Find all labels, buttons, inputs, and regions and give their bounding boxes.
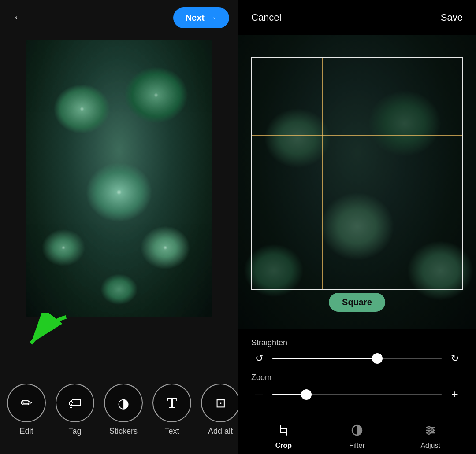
add-alt-icon: ⊡ bbox=[216, 396, 226, 410]
right-panel: Cancel Save Square Straighten ↺ ↻ bbox=[238, 0, 476, 454]
green-arrow-icon bbox=[18, 313, 71, 357]
text-label: Text bbox=[164, 427, 179, 436]
straighten-ccw-icon[interactable]: ↺ bbox=[251, 353, 267, 364]
straighten-cw-icon[interactable]: ↻ bbox=[447, 353, 463, 364]
back-arrow-icon: ← bbox=[12, 11, 25, 24]
tool-stickers[interactable]: ◑ Stickers bbox=[101, 384, 145, 436]
crop-grid-v1 bbox=[322, 58, 323, 289]
svg-rect-4 bbox=[280, 428, 287, 429]
tag-label: Tag bbox=[68, 427, 81, 436]
text-circle: T bbox=[152, 384, 191, 422]
bottom-toolbar: ✏ Edit 🏷 Tag ◑ Stickers T Text ⊡ A bbox=[0, 375, 238, 454]
next-label: Next bbox=[186, 13, 205, 23]
next-button[interactable]: Next → bbox=[173, 7, 229, 28]
zoom-in-icon[interactable]: + bbox=[447, 388, 463, 401]
straighten-slider-row: ↺ ↻ bbox=[251, 353, 463, 364]
crop-tab-label: Crop bbox=[275, 442, 292, 450]
filter-tab-label: Filter bbox=[349, 442, 365, 450]
zoom-control: Zoom — + bbox=[251, 373, 463, 401]
svg-point-10 bbox=[431, 429, 434, 432]
cancel-button[interactable]: Cancel bbox=[251, 12, 281, 23]
zoom-slider-row: — + bbox=[251, 388, 463, 401]
zoom-out-icon[interactable]: — bbox=[251, 390, 267, 399]
text-icon: T bbox=[167, 395, 177, 411]
stickers-label: Stickers bbox=[109, 427, 138, 436]
add-alt-label: Add alt bbox=[208, 427, 233, 436]
crop-grid-h2 bbox=[252, 212, 462, 212]
left-header: ← Next → bbox=[0, 0, 238, 35]
square-pill[interactable]: Square bbox=[329, 293, 385, 312]
tool-edit[interactable]: ✏ Edit bbox=[4, 384, 48, 436]
adjust-icon bbox=[424, 424, 437, 439]
svg-point-11 bbox=[428, 432, 430, 434]
zoom-label: Zoom bbox=[251, 373, 463, 382]
adjust-tab-label: Adjust bbox=[420, 442, 440, 450]
add-alt-circle: ⊡ bbox=[201, 384, 238, 422]
straighten-track[interactable] bbox=[272, 358, 442, 359]
edit-label: Edit bbox=[19, 427, 33, 436]
straighten-control: Straighten ↺ ↻ bbox=[251, 338, 463, 364]
straighten-label: Straighten bbox=[251, 338, 463, 347]
zoom-thumb[interactable] bbox=[301, 389, 312, 400]
back-button[interactable]: ← bbox=[9, 8, 28, 27]
bottom-tabs: Crop Filter Adju bbox=[238, 419, 476, 454]
controls-area: Straighten ↺ ↻ Zoom — + bbox=[238, 329, 476, 419]
svg-point-9 bbox=[428, 426, 430, 429]
crop-box[interactable] bbox=[251, 57, 463, 290]
succulent-photo bbox=[26, 40, 212, 317]
tag-circle: 🏷 bbox=[56, 384, 94, 422]
next-arrow-icon: → bbox=[208, 13, 217, 23]
main-image bbox=[26, 40, 212, 317]
crop-icon bbox=[277, 424, 290, 439]
tab-crop[interactable]: Crop bbox=[261, 424, 305, 450]
edit-circle: ✏ bbox=[7, 384, 46, 422]
tool-add-alt[interactable]: ⊡ Add alt bbox=[198, 384, 238, 436]
left-panel: ← Next → ✏ Edit 🏷 bbox=[0, 0, 238, 454]
straighten-fill bbox=[272, 358, 377, 359]
zoom-track[interactable] bbox=[272, 394, 442, 395]
crop-grid-h1 bbox=[252, 135, 462, 136]
tab-filter[interactable]: Filter bbox=[335, 424, 379, 450]
tool-tag[interactable]: 🏷 Tag bbox=[53, 384, 97, 436]
filter-icon bbox=[351, 424, 363, 439]
straighten-thumb[interactable] bbox=[372, 353, 383, 364]
tab-adjust[interactable]: Adjust bbox=[409, 424, 453, 450]
stickers-icon: ◑ bbox=[118, 395, 129, 411]
edit-icon: ✏ bbox=[21, 395, 33, 411]
stickers-circle: ◑ bbox=[104, 384, 143, 422]
crop-photo-background: Square bbox=[238, 35, 476, 329]
save-button[interactable]: Save bbox=[441, 12, 463, 23]
right-header: Cancel Save bbox=[238, 0, 476, 35]
crop-grid-v2 bbox=[392, 58, 392, 289]
crop-image-area[interactable]: Square bbox=[238, 35, 476, 329]
tag-icon: 🏷 bbox=[68, 395, 82, 411]
tool-text[interactable]: T Text bbox=[150, 384, 194, 436]
